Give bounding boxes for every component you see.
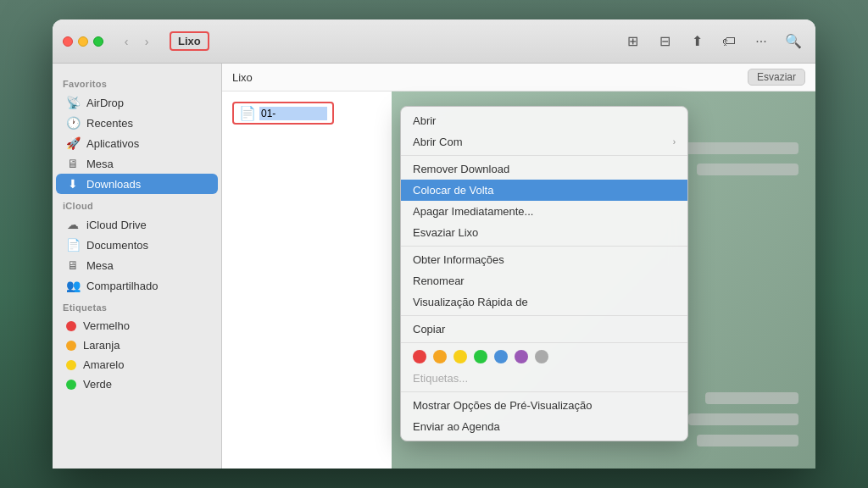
sidebar-item-compartilhado[interactable]: 👥 Compartilhado [56,275,218,296]
search-icon[interactable]: 🔍 [782,30,805,53]
cm-item-enviar-agenda[interactable]: Enviar ao Agenda [401,416,687,437]
recentes-icon: 🕐 [66,116,80,130]
vermelho-label: Vermelho [83,319,130,332]
submenu-arrow-abrir-com: › [673,137,676,147]
cm-abrir-com-label: Abrir Com [413,136,463,148]
blurred-text-5 [697,435,798,446]
compartilhado-icon: 👥 [66,279,80,292]
color-dot-red[interactable] [413,350,426,363]
mesa-icloud-icon: 🖥 [66,258,80,272]
cm-colocar-label: Colocar de Volta [413,184,493,197]
sidebar-item-icloud-drive[interactable]: ☁ iCloud Drive [56,214,218,235]
sidebar: Favoritos 📡 AirDrop 🕐 Recentes 🚀 Aplicat… [53,64,222,469]
file-rename-input[interactable] [259,107,327,120]
aplicativos-icon: 🚀 [66,136,80,150]
back-button[interactable]: ‹ [117,32,136,51]
traffic-lights [63,36,103,47]
sidebar-item-airdrop[interactable]: 📡 AirDrop [56,92,218,113]
finder-window: ‹ › Lixo ⊞ ⊟ ⬆ 🏷 ··· 🔍 Favoritos 📡 AirDr… [53,19,815,469]
laranja-label: Laranja [83,339,120,352]
blurred-text-2 [697,164,798,175]
cm-etiquetas-label: Etiquetas... [413,372,468,385]
cm-item-obter-informacoes[interactable]: Obter Informações [401,249,687,270]
cm-visualizacao-label: Visualização Rápida de [413,296,528,308]
sidebar-item-downloads[interactable]: ⬇ Downloads [56,174,218,194]
color-dot-yellow[interactable] [453,350,467,363]
maximize-button[interactable] [93,36,103,47]
cm-item-mostrar-opcoes[interactable]: Mostrar Opções de Pré-Visualização [401,395,687,416]
documentos-label: Documentos [86,239,148,252]
more-icon[interactable]: ··· [749,30,773,53]
sidebar-item-verde[interactable]: Verde [56,374,218,394]
color-dot-purple[interactable] [515,350,528,363]
view-columns-icon[interactable]: ⊞ [620,30,644,53]
finder-body: Favoritos 📡 AirDrop 🕐 Recentes 🚀 Aplicat… [53,64,815,469]
icloud-icon: ☁ [66,218,80,231]
esvaziar-button[interactable]: Esvaziar [748,69,805,86]
tag-icon[interactable]: 🏷 [717,30,741,53]
toolbar-right: ⊞ ⊟ ⬆ 🏷 ··· 🔍 [620,30,805,53]
sidebar-item-mesa-icloud[interactable]: 🖥 Mesa [56,255,218,275]
laranja-dot [66,341,76,351]
color-dot-gray[interactable] [535,350,548,363]
sidebar-item-recentes[interactable]: 🕐 Recentes [56,113,218,133]
downloads-label: Downloads [86,178,141,191]
cm-item-abrir[interactable]: Abrir [401,110,687,131]
vermelho-dot [66,321,76,331]
cm-separator-3 [401,315,687,316]
sidebar-item-aplicativos[interactable]: 🚀 Aplicativos [56,133,218,153]
cm-item-renomear[interactable]: Renomear [401,270,687,291]
sidebar-item-laranja[interactable]: Laranja [56,336,218,355]
cm-apagar-label: Apagar Imediatamente... [413,205,533,218]
aplicativos-label: Aplicativos [86,137,139,150]
cm-color-row [401,346,687,368]
forward-button[interactable]: › [137,32,156,51]
cm-item-copiar[interactable]: Copiar [401,319,687,340]
sidebar-item-amarelo[interactable]: Amarelo [56,355,218,374]
sidebar-section-favoritos: Favoritos [53,72,221,92]
blurred-text-4 [688,413,798,425]
cm-item-visualizacao[interactable]: Visualização Rápida de [401,291,687,313]
cm-remover-label: Remover Download [413,163,509,175]
cm-esvaziar-label: Esvaziar Lixo [413,226,478,239]
airdrop-icon: 📡 [66,96,80,109]
airdrop-label: AirDrop [86,97,124,109]
close-button[interactable] [63,36,73,47]
color-dot-blue[interactable] [494,350,508,363]
sidebar-item-documentos[interactable]: 📄 Documentos [56,235,218,255]
main-content: Lixo Esvaziar 📄 [222,64,815,469]
downloads-icon: ⬇ [66,177,80,191]
cm-item-abrir-com[interactable]: Abrir Com › [401,131,687,152]
cm-copiar-label: Copiar [413,323,445,336]
icloud-label: iCloud Drive [86,219,147,231]
nav-arrows: ‹ › [117,32,156,51]
view-grid-icon[interactable]: ⊟ [653,30,676,53]
cm-item-colocar-de-volta[interactable]: Colocar de Volta [401,180,687,201]
cm-separator-1 [401,155,687,156]
cm-item-apagar[interactable]: Apagar Imediatamente... [401,201,687,222]
cm-mostrar-label: Mostrar Opções de Pré-Visualização [413,399,592,412]
cm-separator-4 [401,342,687,343]
cm-separator-5 [401,391,687,392]
file-rename-container: 📄 [232,102,334,125]
amarelo-label: Amarelo [83,358,124,371]
content-header: Lixo Esvaziar [222,64,815,92]
color-dot-orange[interactable] [433,350,447,363]
mesa-icon: 🖥 [66,157,80,170]
blurred-text-3 [705,392,798,404]
mesa-label: Mesa [86,158,114,170]
share-icon[interactable]: ⬆ [685,30,709,53]
sidebar-item-mesa[interactable]: 🖥 Mesa [56,153,218,174]
cm-item-remover-download[interactable]: Remover Download [401,158,687,180]
sidebar-item-vermelho[interactable]: Vermelho [56,316,218,336]
title-bar: ‹ › Lixo ⊞ ⊟ ⬆ 🏷 ··· 🔍 [53,19,815,64]
amarelo-dot [66,360,76,370]
context-menu: Abrir Abrir Com › Remover Download Coloc… [400,106,688,441]
cm-separator-2 [401,246,687,247]
minimize-button[interactable] [78,36,88,47]
verde-label: Verde [83,378,112,391]
compartilhado-label: Compartilhado [86,280,159,292]
sidebar-section-etiquetas: Etiquetas [53,296,221,316]
cm-item-esvaziar-lixo[interactable]: Esvaziar Lixo [401,222,687,243]
color-dot-green[interactable] [474,350,487,363]
